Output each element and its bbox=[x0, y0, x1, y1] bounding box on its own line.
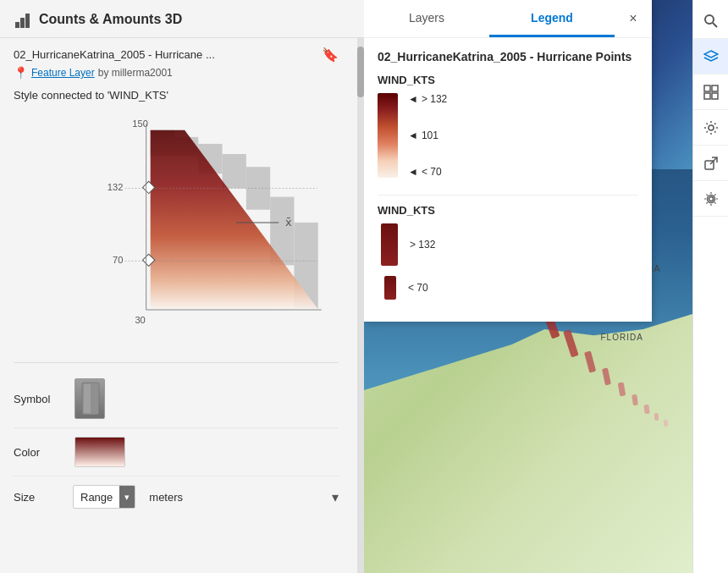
layer-name-row: 02_HurricaneKatrina_2005 - Hurricane ...… bbox=[14, 47, 339, 63]
map-label-florida: FLORIDA bbox=[601, 333, 643, 342]
basemap-icon bbox=[703, 85, 719, 100]
color-label: Color bbox=[14, 446, 64, 459]
search-icon-btn[interactable] bbox=[693, 3, 729, 39]
svg-rect-33 bbox=[584, 350, 596, 372]
color-preview[interactable] bbox=[74, 437, 125, 467]
size-label: Size bbox=[14, 491, 64, 504]
svg-text:70: 70 bbox=[113, 255, 123, 265]
ramp-marker-mid: ◄ bbox=[408, 129, 418, 141]
size-select-value: Range bbox=[74, 488, 119, 507]
legend-header: Layers Legend × bbox=[364, 0, 652, 38]
ramp-marker-low: ◄ bbox=[408, 166, 418, 178]
svg-rect-7 bbox=[223, 154, 246, 188]
svg-rect-1 bbox=[20, 18, 25, 28]
panel-content: 02_HurricaneKatrina_2005 - Hurricane ...… bbox=[0, 38, 364, 573]
legend-ramp-labels: ◄ > 132 ◄ 101 ◄ < 70 bbox=[408, 93, 447, 178]
svg-point-40 bbox=[705, 15, 714, 24]
symbol-preview[interactable] bbox=[74, 378, 105, 419]
divider-1 bbox=[14, 362, 339, 363]
svg-text:150: 150 bbox=[132, 118, 148, 129]
svg-rect-43 bbox=[704, 85, 710, 91]
by-user-text: by millerma2001 bbox=[98, 67, 173, 79]
legend-size-row-tall: > 132 bbox=[378, 223, 638, 266]
svg-rect-35 bbox=[618, 382, 626, 396]
legend-size-label-tall: > 132 bbox=[410, 239, 435, 251]
svg-rect-0 bbox=[15, 22, 19, 28]
feature-layer-link[interactable]: Feature Layer bbox=[31, 67, 95, 79]
tab-legend[interactable]: Legend bbox=[489, 1, 615, 37]
legend-size-row-short: < 70 bbox=[378, 276, 638, 300]
svg-rect-39 bbox=[664, 420, 668, 427]
settings-icon bbox=[703, 191, 719, 207]
legend-divider bbox=[378, 195, 638, 196]
svg-rect-34 bbox=[602, 367, 611, 385]
ramp-text-high: > 132 bbox=[422, 93, 447, 105]
counts-amounts-icon bbox=[14, 10, 32, 29]
legend-bar-tall bbox=[381, 223, 398, 266]
panel-header: Counts & Amounts 3D bbox=[0, 0, 364, 38]
layers-icon-btn[interactable] bbox=[693, 39, 729, 74]
size-select-wrapper[interactable]: Range ▾ bbox=[73, 485, 135, 509]
search-icon bbox=[703, 14, 719, 29]
svg-rect-44 bbox=[712, 85, 718, 91]
svg-rect-2 bbox=[25, 14, 30, 28]
svg-rect-38 bbox=[654, 413, 659, 421]
svg-rect-24 bbox=[84, 384, 91, 413]
ramp-text-low: < 70 bbox=[422, 166, 442, 178]
size-expand-icon[interactable]: ▾ bbox=[332, 489, 339, 505]
svg-rect-46 bbox=[712, 93, 718, 99]
svg-point-47 bbox=[709, 125, 714, 130]
legend-body: 02_HurricaneKatrina_2005 - Hurricane Poi… bbox=[364, 38, 652, 322]
feature-layer-row: 📍 Feature Layer by millerma2001 bbox=[14, 66, 339, 80]
layer-name: 02_HurricaneKatrina_2005 - Hurricane ... bbox=[14, 48, 215, 61]
share-icon bbox=[703, 156, 719, 171]
svg-rect-32 bbox=[563, 329, 578, 357]
legend-panel: Layers Legend × 02_HurricaneKatrina_2005… bbox=[364, 0, 652, 322]
legend-ramp-label-low: ◄ < 70 bbox=[408, 166, 447, 178]
legend-color-title: WIND_KTS bbox=[378, 74, 638, 86]
basemap-icon-btn[interactable] bbox=[693, 74, 729, 110]
symbol-row: Symbol bbox=[14, 370, 339, 428]
analysis-icon bbox=[703, 120, 719, 135]
legend-layer-name: 02_HurricaneKatrina_2005 - Hurricane Poi… bbox=[378, 50, 638, 63]
symbol-label: Symbol bbox=[14, 393, 64, 405]
histogram-chart: 150 bbox=[14, 108, 339, 354]
panel-scrollbar[interactable] bbox=[357, 38, 364, 573]
pin-icon: 📍 bbox=[14, 66, 28, 80]
panel-title: Counts & Amounts 3D bbox=[39, 12, 182, 27]
svg-text:x̄: x̄ bbox=[285, 216, 292, 229]
svg-rect-36 bbox=[631, 394, 638, 406]
histogram-container: 150 bbox=[14, 108, 339, 354]
legend-size-section: WIND_KTS > 132 < 70 bbox=[378, 204, 638, 300]
legend-color-ramp bbox=[378, 93, 398, 178]
analysis-icon-btn[interactable] bbox=[693, 110, 729, 146]
svg-rect-37 bbox=[643, 405, 649, 415]
ramp-marker-high: ◄ bbox=[408, 93, 418, 105]
svg-marker-42 bbox=[704, 51, 718, 58]
svg-rect-45 bbox=[704, 93, 710, 99]
legend-ramp-label-high: ◄ > 132 bbox=[408, 93, 447, 105]
svg-text:30: 30 bbox=[135, 315, 145, 325]
svg-text:132: 132 bbox=[108, 183, 124, 193]
legend-ramp-label-mid: ◄ 101 bbox=[408, 129, 447, 141]
style-label: Style connected to 'WIND_KTS' bbox=[14, 88, 339, 102]
svg-line-41 bbox=[713, 23, 717, 27]
layers-icon bbox=[703, 49, 719, 64]
bookmark-icon[interactable]: 🔖 bbox=[322, 47, 339, 63]
size-dropdown-arrow[interactable]: ▾ bbox=[119, 486, 135, 508]
color-row: Color bbox=[14, 428, 339, 477]
legend-size-title: WIND_KTS bbox=[378, 204, 638, 217]
legend-size-label-short: < 70 bbox=[408, 282, 428, 294]
left-panel: Counts & Amounts 3D 02_HurricaneKatrina_… bbox=[0, 0, 364, 573]
legend-close-button[interactable]: × bbox=[618, 3, 648, 34]
ramp-text-mid: 101 bbox=[422, 129, 438, 141]
legend-color-ramp-section: ◄ > 132 ◄ 101 ◄ < 70 bbox=[378, 93, 638, 178]
size-unit: meters bbox=[149, 491, 183, 504]
size-row: Size Range ▾ meters ▾ bbox=[14, 477, 339, 517]
svg-point-50 bbox=[709, 196, 713, 201]
tab-layers[interactable]: Layers bbox=[364, 1, 489, 37]
scrollbar-thumb[interactable] bbox=[357, 47, 364, 97]
right-area: ALABAMA GEORGIA FLORIDA Layers Legend × … bbox=[364, 0, 728, 573]
legend-bar-short bbox=[384, 276, 396, 300]
